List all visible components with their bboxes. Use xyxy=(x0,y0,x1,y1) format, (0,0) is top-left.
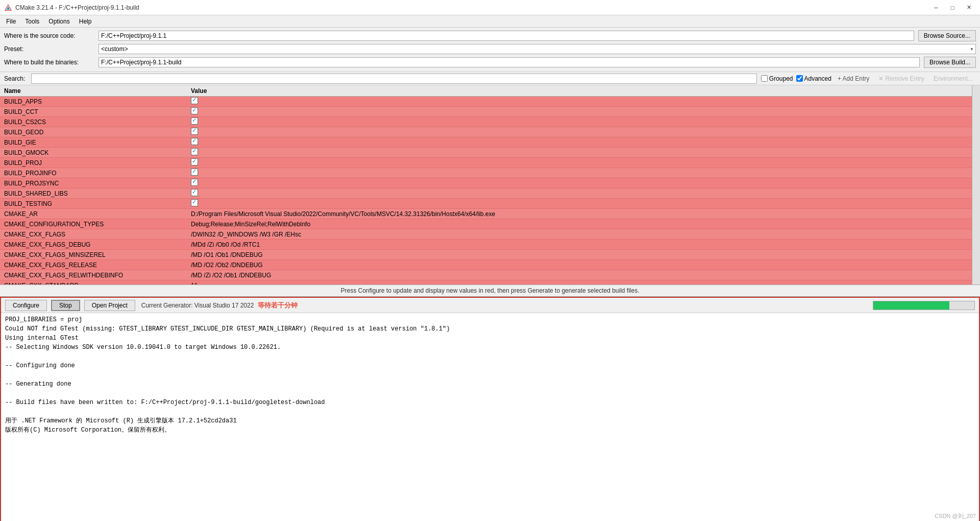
search-label: Search: xyxy=(4,75,25,82)
table-row[interactable]: BUILD_CS2CS xyxy=(0,117,972,127)
bottom-toolbar: Configure Stop Open Project Current Gene… xyxy=(1,298,979,313)
console-line: -- Build files have been written to: F:/… xyxy=(5,398,975,407)
checkbox-cell[interactable] xyxy=(191,189,198,196)
console-line: -- Selecting Windows SDK version 10.0.19… xyxy=(5,343,975,352)
browse-source-button[interactable]: Browse Source... xyxy=(918,30,976,41)
table-row[interactable]: BUILD_GEOD xyxy=(0,127,972,137)
cell-name: BUILD_PROJ xyxy=(0,159,189,167)
console-line: PROJ_LIBRARIES = proj xyxy=(5,315,975,324)
table-row[interactable]: CMAKE_CXX_STANDARD11 xyxy=(0,280,972,285)
top-form: Where is the source code: Browse Source.… xyxy=(0,28,980,72)
menu-options[interactable]: Options xyxy=(44,17,74,26)
cell-value: /MD /O2 /Ob2 /DNDEBUG xyxy=(189,262,972,269)
wait-text: 等待若干分钟 xyxy=(258,301,298,310)
checkbox-cell[interactable] xyxy=(191,138,198,145)
preset-select[interactable]: <custom> xyxy=(99,44,976,54)
table-row[interactable]: CMAKE_CONFIGURATION_TYPESDebug;Release;M… xyxy=(0,219,972,229)
preset-row: Preset: <custom> ▼ xyxy=(4,43,976,55)
environment-button[interactable]: Environment... xyxy=(930,75,976,83)
table-row[interactable]: BUILD_PROJSYNC xyxy=(0,178,972,188)
table-row[interactable]: CMAKE_CXX_FLAGS_MINSIZEREL/MD /O1 /Ob1 /… xyxy=(0,250,972,260)
advanced-checkbox[interactable] xyxy=(796,75,803,82)
cell-name: CMAKE_CXX_FLAGS_RELWITHDEBINFO xyxy=(0,272,189,279)
table-body[interactable]: BUILD_APPSBUILD_CCTBUILD_CS2CSBUILD_GEOD… xyxy=(0,97,972,285)
table-scrollbar[interactable] xyxy=(972,85,980,285)
close-button[interactable]: ✕ xyxy=(962,3,976,13)
cell-name: BUILD_CCT xyxy=(0,108,189,115)
source-row: Where is the source code: Browse Source.… xyxy=(4,30,976,42)
generator-text: Current Generator: Visual Studio 17 2022 xyxy=(141,302,254,309)
menu-tools[interactable]: Tools xyxy=(21,17,43,26)
grouped-checkbox[interactable] xyxy=(761,75,768,82)
checkbox-cell[interactable] xyxy=(191,179,198,186)
console-line xyxy=(5,407,975,416)
cell-name: BUILD_PROJSYNC xyxy=(0,180,189,187)
progress-bar xyxy=(873,301,949,310)
grouped-check-label[interactable]: Grouped xyxy=(761,75,793,82)
table-row[interactable]: BUILD_PROJINFO xyxy=(0,168,972,178)
stop-button[interactable]: Stop xyxy=(51,300,80,311)
cell-value xyxy=(189,97,972,106)
checkbox-cell[interactable] xyxy=(191,199,198,206)
menu-file[interactable]: File xyxy=(2,17,20,26)
cell-value xyxy=(189,179,972,187)
output-console[interactable]: PROJ_LIBRARIES = projCould NOT find GTes… xyxy=(1,313,979,521)
source-path-input[interactable] xyxy=(99,31,914,41)
minimize-button[interactable]: ─ xyxy=(929,3,943,13)
open-project-button[interactable]: Open Project xyxy=(84,300,135,311)
table-header: Name Value xyxy=(0,85,972,97)
title-bar: CMake 3.21.4 - F:/C++Project/proj-9.1.1-… xyxy=(0,0,980,15)
table-row[interactable]: CMAKE_CXX_FLAGS_DEBUG/MDd /Zi /Ob0 /Od /… xyxy=(0,240,972,250)
status-message: Press Configure to update and display ne… xyxy=(340,287,639,294)
table-row[interactable]: BUILD_CCT xyxy=(0,107,972,117)
table-row[interactable]: BUILD_TESTING xyxy=(0,199,972,209)
source-label: Where is the source code: xyxy=(4,32,99,39)
checkbox-cell[interactable] xyxy=(191,107,198,114)
configure-button[interactable]: Configure xyxy=(5,300,47,311)
cell-value: 11 xyxy=(189,282,972,285)
cell-name: BUILD_GIE xyxy=(0,139,189,146)
cell-value: Debug;Release;MinSizeRel;RelWithDebInfo xyxy=(189,221,972,228)
grouped-label: Grouped xyxy=(769,75,793,82)
window-title: CMake 3.21.4 - F:/C++Project/proj-9.1.1-… xyxy=(15,4,139,11)
title-left: CMake 3.21.4 - F:/C++Project/proj-9.1.1-… xyxy=(4,4,139,12)
table-row[interactable]: BUILD_SHARED_LIBS xyxy=(0,188,972,199)
console-line: 版权所有(C) Microsoft Corporation。保留所有权利。 xyxy=(5,425,975,435)
menu-help[interactable]: Help xyxy=(75,17,96,26)
table-row[interactable]: CMAKE_CXX_FLAGS_RELEASE/MD /O2 /Ob2 /DND… xyxy=(0,260,972,270)
cell-name: BUILD_PROJINFO xyxy=(0,170,189,177)
advanced-check-label[interactable]: Advanced xyxy=(796,75,831,82)
checkbox-cell[interactable] xyxy=(191,117,198,125)
checkbox-cell[interactable] xyxy=(191,97,198,104)
cell-value xyxy=(189,117,972,126)
table-row[interactable]: BUILD_GIE xyxy=(0,137,972,148)
table-row[interactable]: CMAKE_ARD:/Program Files/Microsoft Visua… xyxy=(0,209,972,219)
checkbox-cell[interactable] xyxy=(191,128,198,135)
column-value-header: Value xyxy=(191,87,970,94)
preset-select-wrapper: <custom> ▼ xyxy=(99,44,976,54)
checkbox-cell[interactable] xyxy=(191,148,198,155)
console-line: Using internal GTest xyxy=(5,334,975,343)
remove-entry-button[interactable]: ✕ Remove Entry xyxy=(875,75,927,83)
watermark: CSDN @刘_207 xyxy=(935,512,976,520)
cell-value xyxy=(189,138,972,147)
table-row[interactable]: BUILD_APPS xyxy=(0,97,972,107)
search-input[interactable] xyxy=(31,74,756,84)
cell-name: CMAKE_CXX_FLAGS_MINSIZEREL xyxy=(0,251,189,258)
status-bar: Press Configure to update and display ne… xyxy=(0,285,980,297)
cell-value: /MD /O1 /Ob1 /DNDEBUG xyxy=(189,251,972,258)
main-table-area: Name Value BUILD_APPSBUILD_CCTBUILD_CS2C… xyxy=(0,85,980,285)
add-entry-button[interactable]: + Add Entry xyxy=(835,75,872,83)
table-row[interactable]: CMAKE_CXX_FLAGS/DWIN32 /D_WINDOWS /W3 /G… xyxy=(0,229,972,240)
binary-path-input[interactable] xyxy=(99,57,920,67)
table-row[interactable]: BUILD_GMOCK xyxy=(0,148,972,158)
console-line: -- Generating done xyxy=(5,380,975,389)
checkbox-cell[interactable] xyxy=(191,169,198,176)
table-row[interactable]: CMAKE_CXX_FLAGS_RELWITHDEBINFO/MD /Zi /O… xyxy=(0,270,972,280)
maximize-button[interactable]: □ xyxy=(945,3,960,13)
browse-build-button[interactable]: Browse Build... xyxy=(924,57,976,68)
checkbox-cell[interactable] xyxy=(191,158,198,165)
cell-name: CMAKE_CONFIGURATION_TYPES xyxy=(0,221,189,228)
table-row[interactable]: BUILD_PROJ xyxy=(0,158,972,168)
cell-value xyxy=(189,199,972,208)
